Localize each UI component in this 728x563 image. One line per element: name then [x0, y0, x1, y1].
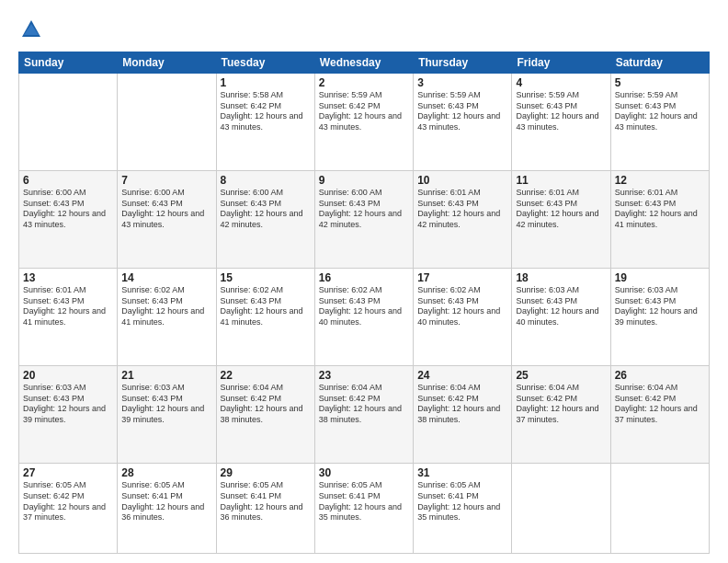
- calendar-cell: 3Sunrise: 5:59 AM Sunset: 6:43 PM Daylig…: [414, 74, 512, 171]
- cell-info: Sunrise: 6:04 AM Sunset: 6:42 PM Dayligh…: [516, 383, 606, 426]
- day-number: 28: [121, 466, 211, 479]
- calendar-cell: 24Sunrise: 6:04 AM Sunset: 6:42 PM Dayli…: [414, 366, 512, 464]
- calendar-cell: 17Sunrise: 6:02 AM Sunset: 6:43 PM Dayli…: [414, 269, 512, 366]
- day-number: 16: [319, 271, 409, 284]
- day-number: 17: [417, 271, 507, 284]
- cell-info: Sunrise: 6:01 AM Sunset: 6:43 PM Dayligh…: [417, 188, 507, 231]
- cell-info: Sunrise: 6:03 AM Sunset: 6:43 PM Dayligh…: [23, 383, 113, 426]
- calendar-cell: 21Sunrise: 6:03 AM Sunset: 6:43 PM Dayli…: [118, 366, 216, 464]
- day-header: Thursday: [414, 52, 512, 74]
- day-number: 9: [319, 174, 409, 187]
- day-number: 5: [615, 76, 705, 89]
- day-number: 26: [615, 369, 705, 382]
- cell-info: Sunrise: 6:05 AM Sunset: 6:42 PM Dayligh…: [23, 480, 113, 523]
- cell-info: Sunrise: 6:05 AM Sunset: 6:41 PM Dayligh…: [319, 480, 409, 523]
- calendar-cell: 22Sunrise: 6:04 AM Sunset: 6:42 PM Dayli…: [216, 366, 314, 464]
- calendar-cell: 27Sunrise: 6:05 AM Sunset: 6:42 PM Dayli…: [19, 464, 118, 554]
- cell-info: Sunrise: 6:02 AM Sunset: 6:43 PM Dayligh…: [121, 285, 211, 328]
- cell-info: Sunrise: 6:03 AM Sunset: 6:43 PM Dayligh…: [121, 383, 211, 426]
- calendar-table: SundayMondayTuesdayWednesdayThursdayFrid…: [18, 52, 710, 554]
- calendar-cell: 13Sunrise: 6:01 AM Sunset: 6:43 PM Dayli…: [19, 269, 118, 366]
- day-header: Saturday: [610, 52, 709, 74]
- calendar-cell: 16Sunrise: 6:02 AM Sunset: 6:43 PM Dayli…: [314, 269, 413, 366]
- cell-info: Sunrise: 5:58 AM Sunset: 6:42 PM Dayligh…: [221, 90, 311, 133]
- calendar-cell: 6Sunrise: 6:00 AM Sunset: 6:43 PM Daylig…: [19, 171, 118, 269]
- svg-marker-1: [24, 24, 39, 35]
- calendar-cell: 23Sunrise: 6:04 AM Sunset: 6:42 PM Dayli…: [314, 366, 413, 464]
- logo-icon: [18, 17, 44, 42]
- calendar-cell: 4Sunrise: 5:59 AM Sunset: 6:43 PM Daylig…: [512, 74, 610, 171]
- day-number: 23: [319, 369, 409, 382]
- day-number: 6: [23, 174, 113, 187]
- calendar-cell: [610, 464, 709, 554]
- day-header: Friday: [512, 52, 610, 74]
- day-header: Wednesday: [314, 52, 413, 74]
- cell-info: Sunrise: 6:04 AM Sunset: 6:42 PM Dayligh…: [417, 383, 507, 426]
- cell-info: Sunrise: 6:02 AM Sunset: 6:43 PM Dayligh…: [319, 285, 409, 328]
- day-number: 3: [417, 76, 507, 89]
- cell-info: Sunrise: 6:01 AM Sunset: 6:43 PM Dayligh…: [23, 285, 113, 328]
- day-number: 31: [417, 466, 507, 479]
- day-number: 24: [417, 369, 507, 382]
- header: [18, 17, 710, 42]
- calendar-week-row: 13Sunrise: 6:01 AM Sunset: 6:43 PM Dayli…: [19, 269, 710, 366]
- cell-info: Sunrise: 6:03 AM Sunset: 6:43 PM Dayligh…: [615, 285, 705, 328]
- day-number: 8: [221, 174, 311, 187]
- day-header: Sunday: [19, 52, 118, 74]
- day-number: 21: [121, 369, 211, 382]
- cell-info: Sunrise: 6:02 AM Sunset: 6:43 PM Dayligh…: [221, 285, 311, 328]
- cell-info: Sunrise: 6:03 AM Sunset: 6:43 PM Dayligh…: [516, 285, 606, 328]
- page: SundayMondayTuesdayWednesdayThursdayFrid…: [0, 0, 728, 563]
- day-number: 27: [23, 466, 113, 479]
- cell-info: Sunrise: 6:01 AM Sunset: 6:43 PM Dayligh…: [516, 188, 606, 231]
- day-header: Tuesday: [216, 52, 314, 74]
- day-number: 12: [615, 174, 705, 187]
- day-number: 13: [23, 271, 113, 284]
- calendar-cell: [512, 464, 610, 554]
- calendar-week-row: 20Sunrise: 6:03 AM Sunset: 6:43 PM Dayli…: [19, 366, 710, 464]
- cell-info: Sunrise: 6:02 AM Sunset: 6:43 PM Dayligh…: [417, 285, 507, 328]
- cell-info: Sunrise: 5:59 AM Sunset: 6:42 PM Dayligh…: [319, 90, 409, 133]
- calendar-cell: 1Sunrise: 5:58 AM Sunset: 6:42 PM Daylig…: [216, 74, 314, 171]
- day-number: 1: [221, 76, 311, 89]
- cell-info: Sunrise: 5:59 AM Sunset: 6:43 PM Dayligh…: [516, 90, 606, 133]
- day-number: 10: [417, 174, 507, 187]
- cell-info: Sunrise: 6:00 AM Sunset: 6:43 PM Dayligh…: [23, 188, 113, 231]
- cell-info: Sunrise: 6:00 AM Sunset: 6:43 PM Dayligh…: [221, 188, 311, 231]
- calendar-cell: 11Sunrise: 6:01 AM Sunset: 6:43 PM Dayli…: [512, 171, 610, 269]
- calendar-cell: 10Sunrise: 6:01 AM Sunset: 6:43 PM Dayli…: [414, 171, 512, 269]
- day-number: 29: [221, 466, 311, 479]
- day-number: 20: [23, 369, 113, 382]
- calendar-cell: 9Sunrise: 6:00 AM Sunset: 6:43 PM Daylig…: [314, 171, 413, 269]
- cell-info: Sunrise: 6:05 AM Sunset: 6:41 PM Dayligh…: [417, 480, 507, 523]
- day-number: 19: [615, 271, 705, 284]
- day-number: 18: [516, 271, 606, 284]
- cell-info: Sunrise: 5:59 AM Sunset: 6:43 PM Dayligh…: [417, 90, 507, 133]
- calendar-cell: [118, 74, 216, 171]
- day-number: 4: [516, 76, 606, 89]
- calendar-week-row: 1Sunrise: 5:58 AM Sunset: 6:42 PM Daylig…: [19, 74, 710, 171]
- logo: [18, 17, 48, 42]
- calendar-cell: [19, 74, 118, 171]
- calendar-cell: 29Sunrise: 6:05 AM Sunset: 6:41 PM Dayli…: [216, 464, 314, 554]
- cell-info: Sunrise: 5:59 AM Sunset: 6:43 PM Dayligh…: [615, 90, 705, 133]
- day-number: 2: [319, 76, 409, 89]
- calendar-cell: 20Sunrise: 6:03 AM Sunset: 6:43 PM Dayli…: [19, 366, 118, 464]
- calendar-cell: 18Sunrise: 6:03 AM Sunset: 6:43 PM Dayli…: [512, 269, 610, 366]
- day-header: Monday: [118, 52, 216, 74]
- calendar-cell: 31Sunrise: 6:05 AM Sunset: 6:41 PM Dayli…: [414, 464, 512, 554]
- calendar-week-row: 6Sunrise: 6:00 AM Sunset: 6:43 PM Daylig…: [19, 171, 710, 269]
- cell-info: Sunrise: 6:00 AM Sunset: 6:43 PM Dayligh…: [319, 188, 409, 231]
- calendar-cell: 8Sunrise: 6:00 AM Sunset: 6:43 PM Daylig…: [216, 171, 314, 269]
- calendar-cell: 12Sunrise: 6:01 AM Sunset: 6:43 PM Dayli…: [610, 171, 709, 269]
- cell-info: Sunrise: 6:01 AM Sunset: 6:43 PM Dayligh…: [615, 188, 705, 231]
- calendar-cell: 25Sunrise: 6:04 AM Sunset: 6:42 PM Dayli…: [512, 366, 610, 464]
- cell-info: Sunrise: 6:04 AM Sunset: 6:42 PM Dayligh…: [615, 383, 705, 426]
- cell-info: Sunrise: 6:04 AM Sunset: 6:42 PM Dayligh…: [221, 383, 311, 426]
- day-number: 30: [319, 466, 409, 479]
- calendar-cell: 7Sunrise: 6:00 AM Sunset: 6:43 PM Daylig…: [118, 171, 216, 269]
- calendar-cell: 28Sunrise: 6:05 AM Sunset: 6:41 PM Dayli…: [118, 464, 216, 554]
- day-number: 14: [121, 271, 211, 284]
- day-number: 11: [516, 174, 606, 187]
- calendar-cell: 26Sunrise: 6:04 AM Sunset: 6:42 PM Dayli…: [610, 366, 709, 464]
